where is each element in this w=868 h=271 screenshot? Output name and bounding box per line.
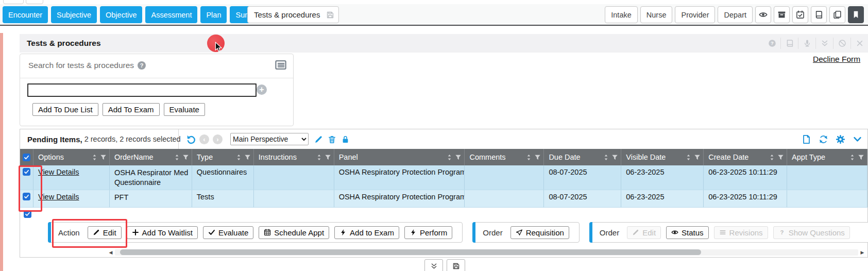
help-icon[interactable]: ?: [138, 61, 146, 70]
header-cell-create-date[interactable]: Create Date: [704, 149, 787, 165]
header-cell-visible-date[interactable]: Visible Date: [621, 149, 704, 165]
sort-icon[interactable]: [849, 154, 856, 161]
filter-icon[interactable]: [611, 154, 618, 161]
filter-icon[interactable]: [325, 154, 331, 161]
cell-ordername: OSHA Respirator Med Questionnaire: [110, 165, 192, 190]
sort-icon[interactable]: [603, 154, 609, 161]
header-cell-panel[interactable]: Panel: [334, 149, 465, 165]
bottom-buttons: [424, 259, 465, 271]
nav-button-subjective[interactable]: Subjective: [51, 6, 97, 23]
next-page-icon[interactable]: ›: [213, 134, 223, 144]
scrollbar-track[interactable]: [115, 249, 858, 256]
eye-button[interactable]: [755, 6, 771, 23]
save-icon[interactable]: [326, 11, 334, 19]
evaluate-button[interactable]: Evaluate: [203, 226, 253, 239]
nav-button-objective[interactable]: Objective: [100, 6, 142, 23]
add-to-waitlist-button[interactable]: Add To Waitlist: [127, 226, 198, 239]
header-cell-instructions[interactable]: Instructions: [254, 149, 334, 165]
header-cell-comments[interactable]: Comments: [465, 149, 544, 165]
sort-icon[interactable]: [525, 154, 532, 161]
collapse-chevron-icon[interactable]: [853, 134, 862, 144]
list-icon[interactable]: [275, 59, 287, 71]
help-icon[interactable]: ?: [763, 38, 780, 49]
save-bottom-button[interactable]: [447, 259, 465, 271]
edit-button[interactable]: Edit: [88, 226, 122, 239]
header-cell-type[interactable]: Type: [192, 149, 254, 165]
disable-icon[interactable]: [833, 38, 850, 49]
footer-select-checkbox[interactable]: [24, 210, 31, 218]
scroll-left-icon[interactable]: ◀: [108, 250, 114, 255]
evaluate-button[interactable]: Evaluate: [164, 103, 205, 116]
sort-icon[interactable]: [91, 154, 98, 161]
lock-icon[interactable]: [341, 135, 350, 144]
new-document-icon[interactable]: [802, 134, 811, 144]
refresh-icon[interactable]: [819, 134, 828, 144]
sort-icon[interactable]: [316, 154, 322, 161]
scrollbar-thumb[interactable]: [120, 249, 701, 255]
add-to-exam-button[interactable]: Add to Exam: [334, 226, 399, 239]
collapse-double-icon[interactable]: [815, 38, 833, 49]
stage-button-provider[interactable]: Provider: [675, 6, 715, 23]
table-row[interactable]: View DetailsOSHA Respirator Med Question…: [20, 165, 867, 190]
copy-button[interactable]: [829, 6, 845, 23]
add-to-due-list-button[interactable]: Add To Due List: [32, 103, 98, 116]
row-checkbox[interactable]: [23, 168, 30, 176]
horizontal-scrollbar[interactable]: ◀ ▶: [108, 249, 865, 256]
cell-panel: OSHA Respiratory Protection Program: [334, 165, 465, 190]
perspective-select[interactable]: Main Perspective: [230, 133, 309, 145]
book-button[interactable]: [811, 6, 827, 23]
filter-icon[interactable]: [100, 154, 107, 161]
gear-icon[interactable]: [836, 134, 845, 144]
delete-perspective-icon[interactable]: [328, 135, 336, 144]
requisition-button[interactable]: Requisition: [510, 226, 569, 239]
bookmark-button[interactable]: [848, 6, 864, 23]
schedule-appt-button[interactable]: Schedule Appt: [259, 226, 329, 239]
filter-icon[interactable]: [534, 154, 541, 161]
search-input[interactable]: [27, 83, 257, 97]
active-form-tab[interactable]: Tests & procedures: [247, 6, 339, 23]
decline-form-link[interactable]: Decline Form: [813, 55, 860, 64]
status-button[interactable]: Status: [666, 226, 709, 239]
sort-icon[interactable]: [769, 154, 775, 161]
close-icon[interactable]: [850, 38, 868, 49]
header-cell-ordername[interactable]: OrderName: [110, 149, 192, 165]
microphone-icon[interactable]: [798, 38, 815, 49]
view-details-link[interactable]: View Details: [38, 168, 79, 176]
stage-button-intake[interactable]: Intake: [605, 6, 638, 23]
filter-icon[interactable]: [694, 154, 701, 161]
sort-icon[interactable]: [174, 154, 180, 161]
header-cell-appt-type[interactable]: Appt Type: [787, 149, 867, 165]
collapse-bottom-button[interactable]: [424, 259, 443, 271]
add-to-exam-button[interactable]: Add To Exam: [103, 103, 160, 116]
header-cell-options[interactable]: Options: [33, 149, 110, 165]
revisions-button: Revisions: [714, 226, 768, 239]
filter-icon[interactable]: [455, 154, 462, 161]
view-details-link[interactable]: View Details: [38, 193, 79, 201]
sort-icon[interactable]: [685, 154, 692, 161]
stage-button-depart[interactable]: Depart: [718, 6, 753, 23]
nav-button-assessment[interactable]: Assessment: [145, 6, 197, 23]
scroll-right-icon[interactable]: ▶: [859, 250, 865, 255]
nav-button-plan[interactable]: Plan: [200, 6, 227, 23]
book-icon[interactable]: [780, 38, 798, 49]
sort-icon[interactable]: [235, 154, 242, 161]
previous-page-icon[interactable]: ‹: [199, 134, 209, 144]
filter-icon[interactable]: [182, 154, 189, 161]
edit-perspective-icon[interactable]: [314, 135, 323, 144]
calendar-check-button[interactable]: [792, 6, 808, 23]
filter-icon[interactable]: [858, 154, 864, 161]
filter-icon[interactable]: [777, 154, 784, 161]
sort-icon[interactable]: [446, 154, 453, 161]
perform-button[interactable]: Perform: [404, 226, 452, 239]
stage-button-nurse[interactable]: Nurse: [640, 6, 673, 23]
nav-button-encounter[interactable]: Encounter: [3, 6, 48, 23]
row-checkbox[interactable]: [23, 193, 30, 200]
header-cell-due-date[interactable]: Due Date: [544, 149, 621, 165]
filter-icon[interactable]: [244, 154, 251, 161]
undo-icon[interactable]: [185, 134, 196, 144]
select-all-checkbox[interactable]: [23, 154, 30, 161]
table-row[interactable]: View DetailsPFTTestsOSHA Respiratory Pro…: [20, 190, 867, 208]
archive-box-button[interactable]: [774, 6, 790, 23]
add-icon[interactable]: +: [257, 84, 267, 95]
cell-due-date: 08-07-2025: [544, 190, 621, 207]
